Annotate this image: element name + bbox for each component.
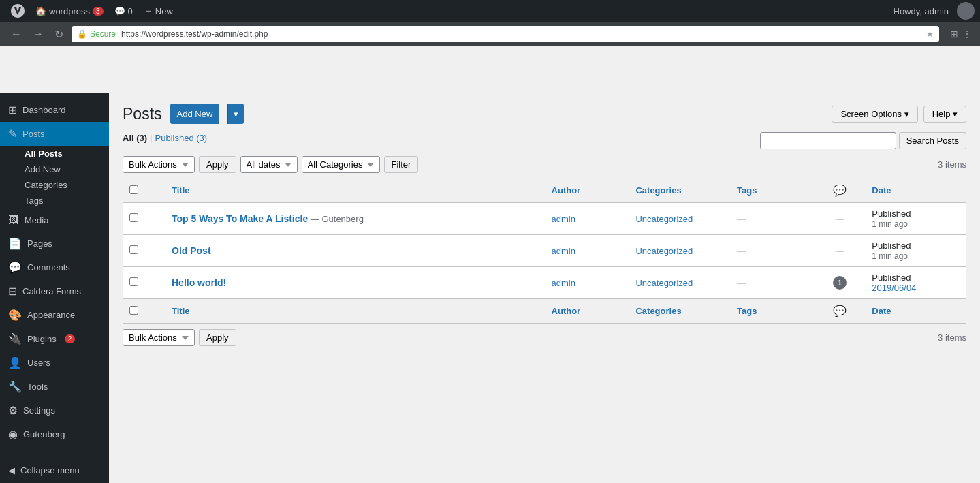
post-title-link-3[interactable]: Hello world! [172,277,226,288]
posts-submenu: All Posts Add New Categories Tags [0,146,109,208]
footer-select-all-checkbox[interactable] [129,306,138,315]
toolbar-left: Bulk Actions Apply All dates All Categor… [123,156,418,173]
wp-logo-icon [11,4,25,18]
filter-button[interactable]: Filter [384,156,419,173]
col-header-author[interactable]: Author [545,178,629,203]
table-row: Hello world! admin Uncategorized — 1 [123,267,966,299]
sidebar-sub-tags[interactable]: Tags [0,193,109,208]
published-status-2: Published [872,240,911,251]
all-dates-select[interactable]: All dates [240,156,298,173]
category-link-2[interactable]: Uncategorized [635,246,693,256]
col-header-date[interactable]: Date [865,178,966,203]
bulk-actions-select-top[interactable]: Bulk Actions [123,156,195,173]
footer-col-header-author[interactable]: Author [545,299,629,324]
category-link-3[interactable]: Uncategorized [635,278,693,288]
col-header-title[interactable]: Title [165,178,545,203]
plugins-icon: 🔌 [8,332,22,345]
add-new-dropdown-button[interactable]: ▾ [227,104,244,124]
sidebar-item-appearance[interactable]: 🎨 Appearance [0,303,109,327]
admin-bar-new[interactable]: ＋ New [138,0,178,22]
help-button[interactable]: Help ▾ [923,106,966,123]
col-header-tags[interactable]: Tags [730,178,815,203]
sidebar-item-dashboard[interactable]: ⊞ Dashboard [0,98,109,122]
col-header-comments[interactable]: 💬 [815,178,865,203]
footer-col-header-categories[interactable]: Categories [629,299,730,324]
admin-bar-comments[interactable]: 💬 0 [109,0,138,22]
comment-badge-3[interactable]: 1 [833,276,847,290]
author-link-3[interactable]: admin [552,278,575,288]
header-right-buttons: Screen Options ▾ Help ▾ [832,106,966,123]
sidebar-item-gutenberg[interactable]: ◉ Gutenberg [0,422,109,446]
sidebar-item-caldera-forms[interactable]: ⊟ Caldera Forms [0,279,109,303]
sidebar-item-comments[interactable]: 💬 Comments [0,255,109,279]
author-link-2[interactable]: admin [552,246,575,256]
admin-bar-site[interactable]: 🏠 wordpress 3 [30,0,109,22]
row-select-2[interactable] [129,245,138,254]
sidebar-label-comments: Comments [27,262,70,272]
sidebar-sub-categories[interactable]: Categories [0,177,109,193]
tags-dash-1: — [737,214,746,224]
sidebar-sub-all-posts[interactable]: All Posts [0,146,109,161]
search-posts-button[interactable]: Search Posts [899,132,966,149]
row-categories-2: Uncategorized [629,235,730,267]
date-link-3[interactable]: 2019/06/04 [872,283,916,293]
collapse-icon: ◀ [8,465,15,476]
settings-icon: ⚙ [8,404,18,417]
sidebar-item-tools[interactable]: 🔧 Tools [0,375,109,399]
sidebar-item-plugins[interactable]: 🔌 Plugins 2 [0,327,109,351]
footer-col-header-date[interactable]: Date [865,299,966,324]
row-comments-1: — [815,203,865,235]
comments-dash-1: — [836,214,844,224]
col-header-categories[interactable]: Categories [629,178,730,203]
caldera-icon: ⊟ [8,285,17,298]
wp-logo-item[interactable] [5,0,30,22]
category-link-1[interactable]: Uncategorized [635,214,693,224]
url-bar[interactable]: 🔒 Secure https://wordpress.test/wp-admin… [72,26,939,42]
row-select-1[interactable] [129,213,138,222]
menu-icon[interactable]: ⋮ [962,29,972,40]
select-all-checkbox[interactable] [129,185,138,194]
post-title-link-1[interactable]: Top 5 Ways To Make A Listicle [172,213,308,224]
sidebar-item-posts[interactable]: ✎ Posts [0,122,109,146]
footer-col-header-comments[interactable]: 💬 [815,299,865,324]
star-icon: ★ [926,29,934,39]
row-categories-1: Uncategorized [629,203,730,235]
extensions-icon[interactable]: ⊞ [950,29,958,40]
apply-button-top[interactable]: Apply [199,156,236,173]
sidebar-item-pages[interactable]: 📄 Pages [0,232,109,255]
sidebar-item-media[interactable]: 🖼 Media [0,208,109,232]
search-input[interactable] [760,132,896,149]
footer-col-header-title[interactable]: Title [165,299,545,324]
items-count-top: 3 items [938,159,966,170]
footer-col-header-checkbox [123,299,165,324]
all-categories-select[interactable]: All Categories [302,156,380,173]
row-select-3[interactable] [129,277,138,286]
apply-button-bottom[interactable]: Apply [199,329,236,346]
filter-all[interactable]: All (3) [123,133,147,143]
forward-button[interactable]: → [30,25,46,43]
bulk-actions-select-bottom[interactable]: Bulk Actions [123,329,195,346]
footer-col-header-tags[interactable]: Tags [730,299,815,324]
sidebar-item-users[interactable]: 👤 Users [0,351,109,375]
row-checkbox-1 [123,203,165,235]
bottom-toolbar: Bulk Actions Apply 3 items [123,329,966,346]
bottom-toolbar-left: Bulk Actions Apply [123,329,236,346]
sidebar-sub-add-new[interactable]: Add New [0,161,109,177]
row-title-2: Old Post [165,235,545,267]
back-button[interactable]: ← [8,25,25,43]
appearance-icon: 🎨 [8,309,22,322]
add-new-button[interactable]: Add New [170,104,220,124]
author-link-1[interactable]: admin [552,214,575,224]
plugins-badge: 2 [65,334,76,343]
screen-options-button[interactable]: Screen Options ▾ [832,106,917,123]
sidebar-item-settings[interactable]: ⚙ Settings [0,399,109,422]
post-title-link-2[interactable]: Old Post [172,245,211,256]
secure-icon: 🔒 [77,29,87,39]
filter-published[interactable]: Published (3) [155,133,208,143]
collapse-menu[interactable]: ◀ Collapse menu [0,460,109,481]
sidebar-label-tools: Tools [27,381,48,392]
admin-bar-right: Howdy, admin [888,2,975,20]
admin-bar: 🏠 wordpress 3 💬 0 ＋ New Howdy, admin [0,0,980,22]
row-title-1: Top 5 Ways To Make A Listicle — Gutenber… [165,203,545,235]
reload-button[interactable]: ↻ [52,25,66,44]
